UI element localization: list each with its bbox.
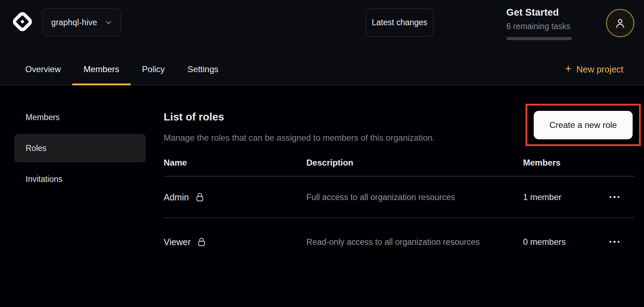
new-project-button[interactable]: + New project — [565, 53, 623, 85]
latest-changes-button[interactable]: Latest changes — [366, 9, 433, 37]
create-new-role-button[interactable]: Create a new role — [534, 111, 633, 139]
org-switcher-button[interactable]: graphql-hive — [42, 8, 121, 37]
role-description: Read-only access to all organization res… — [306, 235, 491, 249]
tab-settings[interactable]: Settings — [176, 53, 230, 85]
get-started-progress-bar — [506, 37, 572, 40]
user-icon — [614, 17, 627, 29]
ellipsis-icon — [609, 241, 620, 243]
latest-changes-label: Latest changes — [372, 18, 427, 27]
tab-members[interactable]: Members — [72, 53, 131, 85]
row-actions-button[interactable] — [603, 233, 626, 251]
sidebar-item-invitations-label: Invitations — [26, 174, 63, 184]
org-name: graphql-hive — [51, 18, 97, 27]
tab-policy[interactable]: Policy — [131, 53, 176, 85]
lock-icon — [197, 237, 206, 247]
tab-members-label: Members — [84, 64, 119, 74]
chevron-down-icon — [104, 18, 113, 27]
table-row-viewer: Viewer Read-only access to all organizat… — [164, 218, 634, 266]
sidebar-item-members-label: Members — [26, 113, 60, 122]
ellipsis-icon — [609, 196, 620, 198]
role-name: Admin — [164, 192, 189, 202]
top-bar: graphql-hive Latest changes Get Started … — [0, 0, 644, 85]
get-started-remaining-tasks: 6 remaining tasks — [506, 22, 577, 31]
role-name-cell: Viewer — [164, 237, 206, 247]
tab-policy-label: Policy — [142, 64, 165, 74]
tab-overview[interactable]: Overview — [14, 53, 72, 85]
get-started-widget[interactable]: Get Started 6 remaining tasks — [506, 7, 577, 40]
column-header-members: Members — [523, 158, 560, 168]
get-started-title: Get Started — [506, 7, 577, 18]
role-name-cell: Admin — [164, 192, 205, 202]
user-avatar-button[interactable] — [606, 9, 634, 37]
row-actions-button[interactable] — [603, 189, 626, 206]
role-name: Viewer — [164, 237, 191, 247]
plus-icon: + — [565, 63, 571, 74]
page-title: List of roles — [164, 111, 224, 123]
column-header-description: Description — [306, 158, 353, 168]
column-header-name: Name — [164, 158, 187, 168]
annotation-highlight-box: Create a new role — [526, 104, 641, 146]
page-subtitle: Manage the roles that can be assigned to… — [164, 133, 435, 143]
table-row-admin: Admin Full access to all organization re… — [164, 177, 634, 217]
sidebar-item-roles[interactable]: Roles — [14, 134, 146, 162]
role-description: Full access to all organization resource… — [306, 190, 491, 204]
org-tab-bar: Overview Members Policy Settings — [14, 53, 230, 85]
lock-icon — [195, 192, 205, 202]
tab-settings-label: Settings — [188, 64, 218, 74]
role-members-count: 1 member — [523, 192, 561, 202]
sidebar-item-members[interactable]: Members — [14, 103, 146, 131]
new-project-label: New project — [576, 64, 623, 75]
sidebar-item-invitations[interactable]: Invitations — [14, 165, 146, 193]
tab-overview-label: Overview — [25, 64, 61, 74]
roles-table: Name Description Members Admin Full acce… — [164, 156, 634, 270]
role-members-count: 0 members — [523, 237, 566, 247]
sidebar-item-roles-label: Roles — [26, 144, 47, 153]
members-sidebar: Members Roles Invitations — [14, 103, 146, 196]
hive-logo-icon[interactable] — [12, 10, 33, 33]
